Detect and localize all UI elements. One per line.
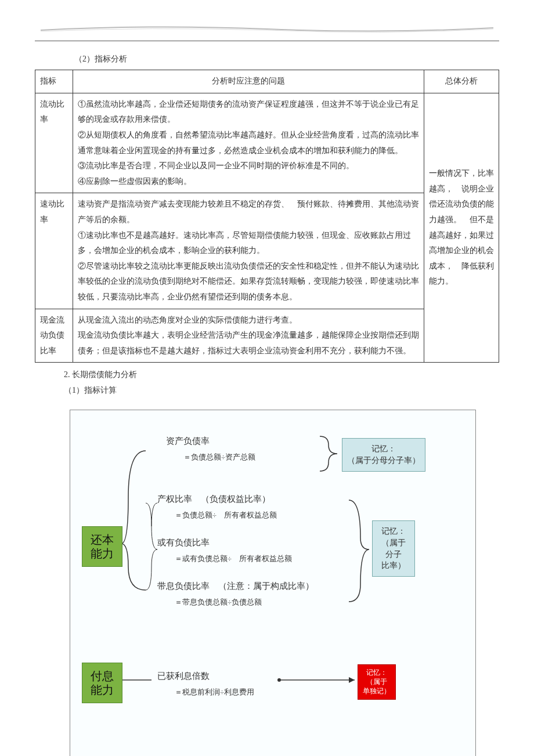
section-2-title: 2. 长期偿债能力分析 (64, 367, 499, 383)
memo-box-1: 记忆： （属于分母分子率） (342, 438, 425, 471)
svg-marker-2 (349, 677, 355, 683)
table-row: 流动比率 ①虽然流动比率越高，企业偿还短期债务的流动资产保证程度越强，但这并不等… (35, 93, 499, 193)
col-header-indicator: 指标 (35, 70, 73, 93)
page-header-decoration (35, 23, 499, 35)
section-2-sub: （1）指标计算 (64, 383, 499, 399)
memo-box-3: 记忆： （属于 单独记） (358, 664, 396, 700)
formula-contingent-liability: 或有负债比率 ＝或有负债总额÷ 所有者权益总额 (157, 535, 292, 566)
formula-interest-bearing: 带息负债比率 （注意：属于构成比率） ＝带息负债总额÷负债总额 (157, 578, 314, 610)
cell-indicator: 速动比率 (35, 193, 73, 309)
root-label: 还本能力 (91, 533, 114, 560)
col-header-summary: 总体分析 (424, 70, 499, 93)
indicator-analysis-table: 指标 分析时应注意的问题 总体分析 流动比率 ①虽然流动比率越高，企业偿还短期债… (35, 70, 499, 363)
cell-summary: 一般情况下，比率越高， 说明企业偿还流动负债的能力越强。 但不是越高越好，如果过… (424, 93, 499, 363)
svg-point-1 (277, 678, 281, 682)
formula-asset-liability: 资产负债率 ＝负债总额÷资产总额 (166, 433, 255, 465)
cell-analysis: ①虽然流动比率越高，企业偿还短期债务的流动资产保证程度越强，但这并不等于说企业已… (73, 93, 424, 193)
root-label: 付息能力 (91, 670, 114, 696)
cell-analysis: 从现金流入流出的动态角度对企业的实际偿债能力进行考查。 现金流动负债比率越大，表… (73, 309, 424, 363)
long-term-solvency-diagram: 还本能力 付息能力 资产负债率 ＝负债总额÷资产总额 产权比率 （负债权益比率）… (70, 410, 476, 756)
cell-indicator: 流动比率 (35, 93, 73, 193)
formula-interest-coverage: 已获利息倍数 ＝税息前利润÷利息费用 (157, 668, 254, 700)
horizontal-rule (35, 41, 499, 41)
root-node-interest: 付息能力 (82, 663, 122, 703)
cell-indicator: 现金流动负债比率 (35, 309, 73, 363)
memo-box-2: 记忆： （属于 分子 比率） (372, 520, 415, 576)
formula-equity-ratio: 产权比率 （负债权益比率） ＝负债总额÷ 所有者权益总额 (157, 491, 277, 523)
col-header-analysis: 分析时应注意的问题 (73, 70, 424, 93)
cell-analysis: 速动资产是指流动资产减去变现能力较差且不稳定的存货、 预付账款、待摊费用、其他流… (73, 193, 424, 309)
section-title: （2）指标分析 (74, 52, 499, 66)
root-node-principal: 还本能力 (82, 526, 122, 567)
table-header-row: 指标 分析时应注意的问题 总体分析 (35, 70, 499, 93)
